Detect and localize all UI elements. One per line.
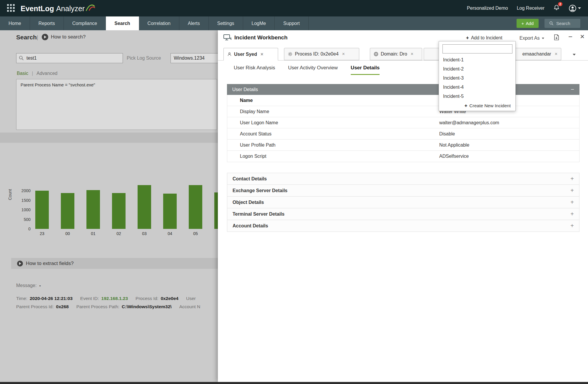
incident-search-input[interactable] (442, 44, 512, 53)
minimize-button[interactable]: − (568, 33, 572, 41)
apps-grid-icon[interactable] (7, 4, 15, 12)
collapse-icon[interactable]: − (571, 86, 574, 93)
section-object-details[interactable]: Object Details + (227, 196, 579, 208)
add-button-label: Add (526, 21, 534, 26)
add-to-incident-label: Add to Incident (471, 35, 502, 41)
nav-item-settings[interactable]: Settings (209, 16, 243, 30)
section-terminal-server-details[interactable]: Terminal Server Details + (227, 208, 579, 220)
table-row: Account Status Disable (227, 128, 579, 140)
expand-icon[interactable]: + (570, 187, 574, 194)
tab-label: Domain: Dro (381, 51, 407, 57)
incident-option-3[interactable]: Incident-3 (439, 73, 515, 83)
tab-close-icon[interactable]: × (555, 51, 557, 57)
add-button[interactable]: + Add (517, 19, 539, 28)
table-row: User Profile Path Not Applicable (227, 140, 579, 151)
expand-icon[interactable]: + (570, 222, 574, 229)
nav-item-reports[interactable]: Reports (30, 16, 64, 30)
log-receiver-link[interactable]: Log Receiver (517, 6, 544, 11)
user-icon (227, 52, 232, 56)
incident-dropdown: Incident-1 Incident-2 Incident-3 Inciden… (439, 41, 516, 111)
subtab-user-activity-overview[interactable]: User Activity Overview (288, 65, 338, 75)
section-exchange-server-details[interactable]: Exchange Server Details + (227, 185, 579, 197)
row-value: Not Applicable (439, 142, 469, 148)
section-label: Terminal Server Details (233, 212, 285, 217)
section-label: Account Details (233, 223, 268, 229)
nav-item-search[interactable]: Search (106, 16, 139, 30)
table-row: Display Name Walter White (227, 106, 579, 117)
incident-option-1[interactable]: Incident-1 (439, 55, 515, 64)
add-to-incident-button[interactable]: + Add to Incident (466, 35, 502, 41)
table-row: Name (227, 95, 579, 106)
section-label: Object Details (233, 200, 264, 205)
tab-label: User Syed (234, 52, 257, 57)
nav-item-support[interactable]: Support (275, 16, 308, 30)
section-label: Contact Details (233, 176, 267, 182)
nav-item-logme[interactable]: LogMe (243, 16, 275, 30)
plus-icon: + (466, 35, 469, 41)
search-icon (549, 21, 554, 26)
export-as-button[interactable]: Export As (519, 36, 544, 41)
personalized-demo-link[interactable]: Personalized Demo (467, 6, 508, 11)
avatar-icon (569, 4, 577, 12)
nav-item-alerts[interactable]: Alerts (179, 16, 209, 30)
row-label: Display Name (227, 109, 439, 114)
expand-icon[interactable]: + (570, 175, 574, 182)
avatar-caret-icon (578, 7, 581, 9)
nav-item-correlation[interactable]: Correlation (139, 16, 179, 30)
tab-process-id[interactable]: Process ID: 0x2e0e4 × (284, 48, 359, 60)
modal-title: Incident Workbench (234, 34, 288, 41)
expand-icon[interactable]: + (570, 211, 574, 217)
section-contact-details[interactable]: Contact Details + (227, 173, 579, 185)
plus-icon: + (522, 21, 524, 26)
tab-domain[interactable]: Domain: Dro × (370, 48, 422, 60)
gear-icon (288, 52, 293, 56)
user-details-panel-header[interactable]: User Details − (227, 84, 579, 95)
logo-text-bold: EventLog (21, 4, 54, 13)
subtab-user-risk-analysis[interactable]: User Risk Analysis (234, 65, 275, 75)
nav-item-compliance[interactable]: Compliance (64, 16, 106, 30)
incident-option-2[interactable]: Incident-2 (439, 64, 515, 73)
incident-workbench-modal: Incident Workbench + Add to Incident Exp… (218, 30, 588, 382)
create-new-incident-button[interactable]: + Create New Incident (439, 101, 515, 111)
close-icon[interactable]: × (580, 32, 584, 41)
top-bar: EventLog Analyzer Personalized Demo Log … (0, 0, 588, 16)
row-label: User Profile Path (227, 142, 439, 148)
tab-close-icon[interactable]: × (260, 52, 263, 57)
chevron-down-icon (542, 38, 544, 39)
tab-label: emaachandar (522, 51, 551, 57)
create-new-incident-label: Create New Incident (470, 103, 511, 108)
incident-option-4[interactable]: Incident-4 (439, 83, 515, 92)
row-label: Name (227, 98, 439, 103)
main-nav: Home Reports Compliance Search Correlati… (0, 16, 588, 30)
tab-overflow-button[interactable] (573, 51, 576, 57)
subtab-user-details[interactable]: User Details (351, 65, 380, 75)
incident-option-5[interactable]: Incident-5 (439, 92, 515, 101)
row-value: walter@admanagerplus.com (439, 120, 499, 125)
panel-title: User Details (232, 87, 258, 92)
notifications-bell-icon[interactable]: 2 (553, 4, 560, 12)
row-label: Account Status (227, 131, 439, 137)
workbench-icon (223, 34, 232, 41)
row-label: User Logon Name (227, 120, 439, 125)
plus-icon: + (465, 103, 467, 109)
globe-icon (374, 52, 378, 56)
notification-badge: 2 (558, 2, 562, 6)
tab-close-icon[interactable]: × (411, 51, 413, 57)
row-value: ADSelfservice (439, 154, 469, 159)
global-search-box[interactable]: Search (544, 19, 580, 28)
row-value: Disable (439, 131, 455, 137)
table-row: User Logon Name walter@admanagerplus.com (227, 117, 579, 128)
tab-close-icon[interactable]: × (342, 51, 345, 57)
user-avatar[interactable] (569, 4, 581, 12)
logo-text-light: Analyzer (56, 4, 85, 13)
expand-icon[interactable]: + (570, 199, 574, 206)
section-account-details[interactable]: Account Details + (227, 220, 579, 232)
global-search-label: Search (556, 21, 570, 26)
export-report-icon[interactable] (553, 34, 560, 41)
user-details-panel: User Details − Name Display Name Walter … (227, 84, 579, 162)
detail-sections: Contact Details + Exchange Server Detail… (227, 173, 579, 232)
table-row: Logon Script ADSelfservice (227, 151, 579, 162)
tab-user-syed[interactable]: User Syed × (223, 48, 278, 61)
detail-subtabs: User Risk Analysis User Activity Overvie… (234, 65, 380, 75)
nav-item-home[interactable]: Home (0, 16, 30, 30)
